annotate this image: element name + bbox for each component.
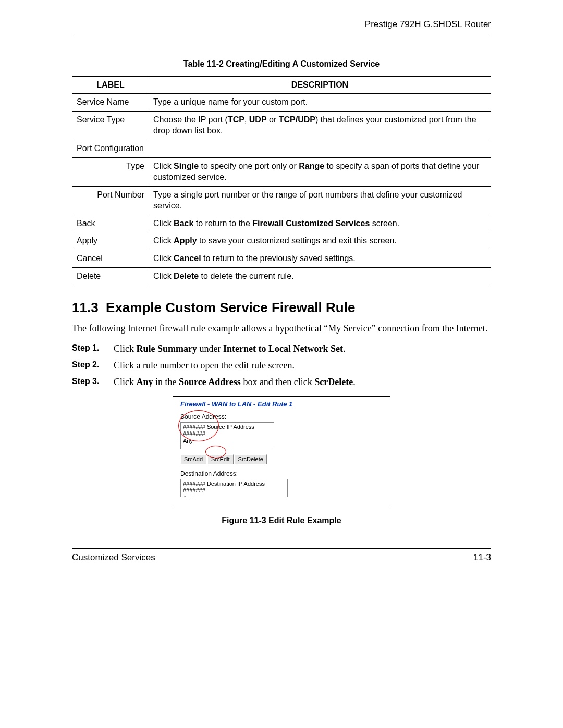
col-label: LABEL [72,76,149,94]
step-text: Click Rule Summary under Internet to Loc… [114,342,491,355]
table-row: Service Type Choose the IP port (TCP, UD… [72,111,491,140]
footer-left: Customized Services [72,552,155,564]
destination-address-label: Destination Address: [180,470,386,478]
cell-label: Service Type [72,111,149,140]
cell-label: Apply [72,232,149,250]
cell-label: Delete [72,267,149,285]
table-row: Apply Click Apply to save your customize… [72,232,491,250]
step-1: Step 1. Click Rule Summary under Interne… [72,342,491,355]
section-heading: 11.3 Example Custom Service Firewall Rul… [72,299,491,317]
cell-label: Port Number [72,186,149,215]
cell-label: Back [72,215,149,232]
figure-title: Firewall - WAN to LAN - Edit Rule 1 [180,400,386,409]
cell-desc: Choose the IP port (TCP, UDP or TCP/UDP)… [149,111,491,140]
cell-desc: Click Back to return to the Firewall Cus… [149,215,491,232]
figure-caption: Figure 11-3 Edit Rule Example [173,515,390,526]
cell-desc: Click Cancel to return to the previously… [149,250,491,268]
table-row: Cancel Click Cancel to return to the pre… [72,250,491,268]
cell-desc: Click Apply to save your customized sett… [149,232,491,250]
page-footer: Customized Services 11-3 [72,548,491,564]
annotation-ellipse-1 [178,410,219,441]
step-label: Step 3. [72,376,107,388]
step-label: Step 1. [72,342,107,355]
cell-label: Cancel [72,250,149,268]
document-page: Prestige 792H G.SHDSL Router Table 11-2 … [0,0,563,728]
step-3: Step 3. Click Any in the Source Address … [72,376,491,388]
table-row: Back Click Back to return to the Firewal… [72,215,491,232]
listbox-line: ####### Destination IP Address ####### [183,480,285,494]
cell-label: Type [72,157,149,186]
step-text: Click Any in the Source Address box and … [114,376,491,388]
src-delete-button[interactable]: SrcDelete [235,454,267,464]
cell-desc: Click Single to specify one port only or… [149,157,491,186]
step-label: Step 2. [72,359,107,372]
figure-wrap: Firewall - WAN to LAN - Edit Rule 1 Sour… [173,396,390,526]
footer-right: 11-3 [473,552,491,564]
src-add-button[interactable]: SrcAdd [180,454,206,464]
section-intro: The following Internet firewall rule exa… [72,322,491,335]
cell-desc: Type a unique name for your custom port. [149,94,491,112]
cell-label: Service Name [72,94,149,112]
steps-list: Step 1. Click Rule Summary under Interne… [72,342,491,389]
spec-table: LABEL DESCRIPTION Service Name Type a un… [72,76,491,286]
listbox-line: Any [183,495,285,498]
table-row: Delete Click Delete to delete the curren… [72,267,491,285]
table-row: Service Name Type a unique name for your… [72,94,491,112]
step-text: Click a rule number to open the edit rul… [114,359,491,372]
figure-screenshot: Firewall - WAN to LAN - Edit Rule 1 Sour… [173,396,390,508]
cell-desc: Type a single port number or the range o… [149,186,491,215]
table-caption: Table 11-2 Creating/Editing A Customized… [72,58,491,70]
page-header: Prestige 792H G.SHDSL Router [72,19,491,34]
table-header-row: LABEL DESCRIPTION [72,76,491,94]
col-description: DESCRIPTION [149,76,491,94]
cell-desc: Click Delete to delete the current rule. [149,267,491,285]
annotation-ellipse-2 [205,446,226,458]
table-row: Type Click Single to specify one port on… [72,157,491,186]
table-row: Port Configuration [72,140,491,157]
step-2: Step 2. Click a rule number to open the … [72,359,491,372]
destination-address-listbox[interactable]: ####### Destination IP Address ####### A… [180,479,288,497]
cell-span: Port Configuration [72,140,491,157]
table-row: Port Number Type a single port number or… [72,186,491,215]
